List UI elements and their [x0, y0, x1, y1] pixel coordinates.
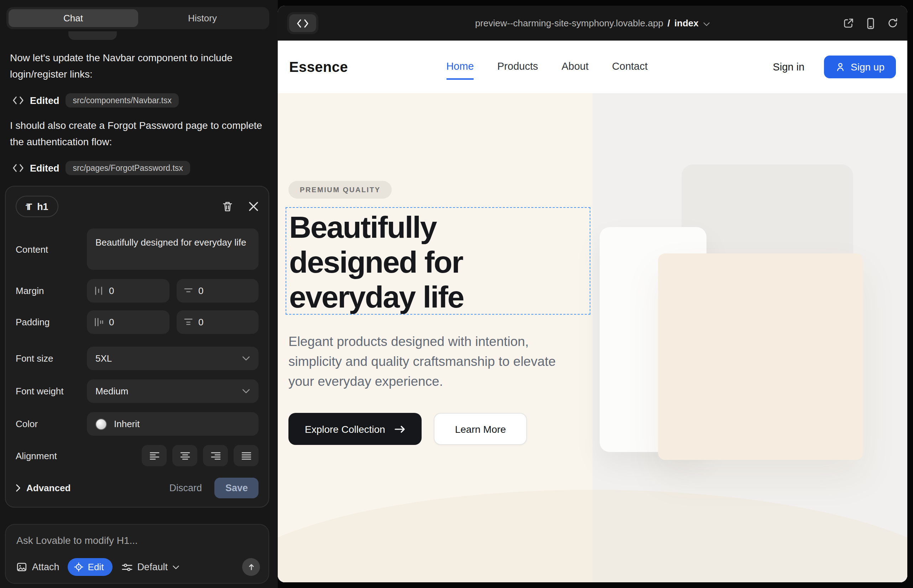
- sign-up-button[interactable]: Sign up: [824, 55, 896, 78]
- margin-horizontal-icon: [94, 286, 103, 296]
- typography-icon: TT: [26, 200, 32, 213]
- chevron-right-icon: [16, 484, 21, 492]
- font-size-select[interactable]: 5XL: [87, 347, 259, 370]
- nav-link-about[interactable]: About: [562, 60, 589, 80]
- align-justify-button[interactable]: [233, 445, 259, 466]
- element-tag-name: h1: [37, 202, 49, 212]
- target-icon: [74, 562, 84, 572]
- mobile-view-icon[interactable]: [866, 18, 875, 29]
- selected-element-outline[interactable]: Beautifully designed for everyday life: [286, 207, 590, 315]
- padding-vertical-icon: [183, 318, 193, 327]
- edit-mode-chip[interactable]: Edit: [68, 558, 113, 576]
- font-size-value: 5XL: [96, 353, 112, 364]
- editor-header: TT h1: [16, 196, 259, 217]
- color-select[interactable]: Inherit: [87, 412, 259, 436]
- preview-frame: preview--charming-site-symphony.lovable.…: [278, 6, 907, 582]
- margin-row: Margin 0 0: [16, 279, 259, 302]
- hero-cta-group: Explore Collection Learn More: [288, 413, 527, 445]
- preview-url[interactable]: preview--charming-site-symphony.lovable.…: [475, 18, 710, 29]
- nav-link-contact[interactable]: Contact: [612, 60, 648, 80]
- file-chip-forgot-password[interactable]: src/pages/ForgotPassword.tsx: [66, 161, 190, 175]
- alignment-row: Alignment: [16, 445, 259, 466]
- margin-y-value: 0: [198, 286, 203, 296]
- color-value: Inherit: [114, 418, 139, 429]
- tab-history[interactable]: History: [138, 9, 267, 27]
- nav-link-products[interactable]: Products: [497, 60, 538, 80]
- chat-composer: Attach Edit Default: [5, 524, 269, 584]
- padding-row: Padding 0 0: [16, 310, 259, 334]
- decorative-card-beige: [658, 254, 863, 460]
- chat-sidebar: Chat History Now let's update the Navbar…: [0, 0, 278, 588]
- font-weight-value: Medium: [96, 386, 129, 396]
- chat-message: Now let's update the Navbar component to…: [10, 50, 264, 82]
- save-button[interactable]: Save: [215, 478, 259, 498]
- margin-x-input[interactable]: 0: [87, 279, 169, 302]
- align-center-button[interactable]: [172, 445, 197, 466]
- align-right-button[interactable]: [203, 445, 228, 466]
- color-row: Color Inherit: [16, 412, 259, 436]
- hero-heading[interactable]: Beautifully designed for everyday life: [289, 210, 528, 315]
- alignment-label: Alignment: [16, 450, 87, 461]
- padding-y-value: 0: [198, 317, 203, 328]
- element-tag-badge: TT h1: [16, 196, 58, 217]
- font-size-label: Font size: [16, 353, 87, 364]
- padding-label: Padding: [16, 317, 87, 328]
- nav-link-home[interactable]: Home: [446, 60, 474, 80]
- edited-label: Edited: [30, 95, 60, 106]
- padding-x-input[interactable]: 0: [87, 310, 169, 334]
- margin-x-value: 0: [109, 286, 114, 296]
- color-swatch: [96, 418, 107, 430]
- font-weight-label: Font weight: [16, 386, 87, 396]
- preview-topbar: preview--charming-site-symphony.lovable.…: [278, 6, 907, 40]
- tab-chat[interactable]: Chat: [8, 9, 138, 27]
- margin-vertical-icon: [183, 286, 193, 296]
- close-icon[interactable]: [249, 202, 259, 212]
- margin-label: Margin: [16, 286, 87, 296]
- chevron-down-icon: [703, 22, 710, 26]
- attach-button[interactable]: Attach: [16, 562, 60, 572]
- color-label: Color: [16, 418, 87, 429]
- send-button[interactable]: [242, 558, 260, 576]
- content-row: Content Beautifully designed for everyda…: [16, 228, 259, 270]
- person-icon: [835, 62, 845, 72]
- chevron-down-icon: [242, 389, 250, 394]
- learn-more-button[interactable]: Learn More: [434, 413, 527, 445]
- sliders-icon: [121, 563, 132, 571]
- edited-label: Edited: [30, 163, 60, 173]
- open-external-icon[interactable]: [843, 18, 854, 29]
- site-navbar: Essence Home Products About Contact Sign…: [278, 40, 907, 93]
- file-chip-navbar[interactable]: src/components/Navbar.tsx: [66, 93, 179, 108]
- font-weight-select[interactable]: Medium: [87, 380, 259, 403]
- align-left-button[interactable]: [142, 445, 167, 466]
- element-editor-panel: TT h1 Content Beautifully designed for e…: [5, 186, 269, 507]
- refresh-icon[interactable]: [887, 18, 898, 29]
- code-icon: [13, 164, 24, 172]
- hero-description: Elegant products designed with intention…: [288, 332, 565, 391]
- discard-button[interactable]: Discard: [169, 483, 202, 493]
- padding-y-input[interactable]: 0: [176, 310, 259, 334]
- chevron-down-icon: [173, 565, 180, 569]
- advanced-toggle[interactable]: Advanced: [16, 483, 71, 493]
- url-separator: /: [668, 18, 670, 29]
- code-view-button[interactable]: [289, 14, 316, 32]
- url-page: index: [674, 18, 699, 29]
- arrow-right-icon: [395, 425, 405, 433]
- padding-horizontal-icon: [94, 318, 103, 327]
- explore-collection-button[interactable]: Explore Collection: [288, 413, 422, 445]
- font-weight-row: Font weight Medium: [16, 380, 259, 403]
- sign-in-link[interactable]: Sign in: [773, 61, 805, 73]
- font-size-row: Font size 5XL: [16, 347, 259, 370]
- delete-element-icon[interactable]: [222, 201, 233, 212]
- chevron-down-icon: [242, 356, 250, 361]
- composer-input[interactable]: [16, 535, 260, 546]
- margin-y-input[interactable]: 0: [176, 279, 259, 302]
- site-brand[interactable]: Essence: [289, 59, 348, 75]
- hero-badge: PREMIUM QUALITY: [288, 181, 392, 199]
- sidebar-tabs: Chat History: [6, 7, 269, 29]
- chat-message: I should also create a Forgot Password p…: [10, 118, 264, 150]
- content-input[interactable]: Beautifully designed for everyday life: [87, 228, 259, 270]
- edited-file-row: Edited src/components/Navbar.tsx: [13, 93, 265, 108]
- hero-section: PREMIUM QUALITY Beautifully designed for…: [278, 93, 907, 582]
- mode-select[interactable]: Default: [121, 562, 180, 572]
- site-preview: Essence Home Products About Contact Sign…: [278, 40, 907, 582]
